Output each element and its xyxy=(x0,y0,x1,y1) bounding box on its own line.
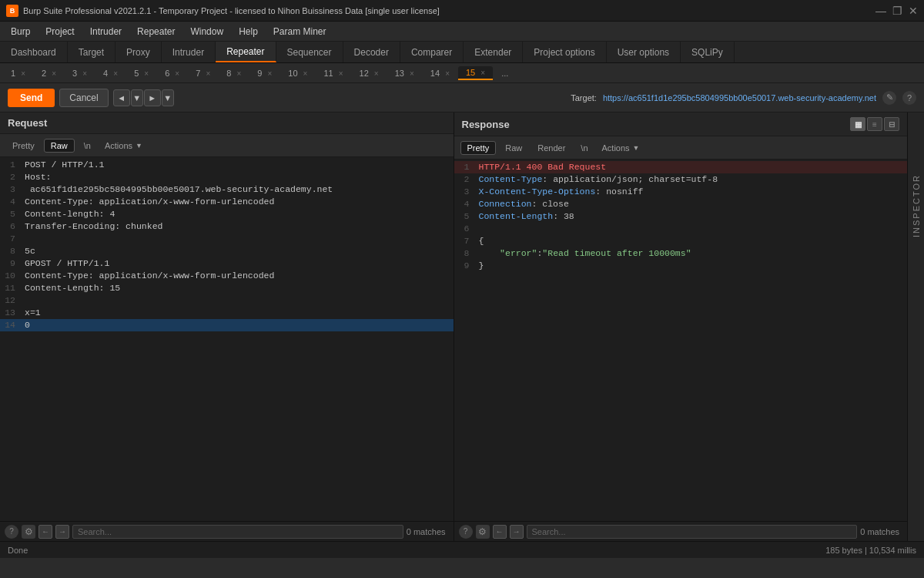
response-line-5: 5 Content-Length: 38 xyxy=(454,210,908,223)
window-controls: — ❐ ✕ xyxy=(875,5,918,17)
menu-window[interactable]: Window xyxy=(182,25,231,39)
rep-tab-15[interactable]: 15 × xyxy=(458,66,493,80)
rep-tab-1[interactable]: 1 × xyxy=(3,67,33,79)
nav-forward-dropdown[interactable]: ▼ xyxy=(162,89,174,106)
response-tabs: Pretty Raw Render \n Actions ▼ xyxy=(454,136,908,160)
menu-burp[interactable]: Burp xyxy=(3,25,38,39)
request-panel: Request Pretty Raw \n Actions ▼ 1 POST /… xyxy=(0,113,454,541)
rep-tab-6[interactable]: 6 × xyxy=(157,67,187,79)
rep-tab-3[interactable]: 3 × xyxy=(65,67,95,79)
view-grid-btn[interactable]: ▦ xyxy=(850,117,865,131)
response-search-prev-btn[interactable]: ← xyxy=(493,525,507,539)
close-icon[interactable]: ✕ xyxy=(909,5,918,17)
response-tab-newline[interactable]: \n xyxy=(574,142,594,154)
menu-bar: Burp Project Intruder Repeater Window He… xyxy=(0,22,924,42)
menu-paramminer[interactable]: Param Miner xyxy=(266,25,334,39)
request-search-matches: 0 matches xyxy=(407,527,449,536)
app-icon: B xyxy=(6,5,18,17)
response-search-next-btn[interactable]: → xyxy=(510,525,524,539)
request-search-prev-btn[interactable]: ← xyxy=(38,525,52,539)
code-line-8: 8 5c xyxy=(0,245,454,257)
menu-repeater[interactable]: Repeater xyxy=(129,25,182,39)
request-tab-pretty[interactable]: Pretty xyxy=(6,139,41,152)
response-tab-raw[interactable]: Raw xyxy=(499,142,528,154)
rep-tab-9[interactable]: 9 × xyxy=(249,67,280,79)
code-line-6: 6 Transfer-Encoding: chunked xyxy=(0,220,454,233)
help-icon[interactable]: ? xyxy=(902,91,916,105)
target-info: Target: https://ac651f1d1e295bc5804995bb… xyxy=(571,91,916,105)
request-search-next-btn[interactable]: → xyxy=(55,525,69,539)
tab-comparer[interactable]: Comparer xyxy=(400,42,464,62)
request-tab-raw[interactable]: Raw xyxy=(44,139,75,153)
code-line-12: 12 xyxy=(0,294,454,307)
response-panel-header: Response ▦ ≡ ⊟ xyxy=(454,113,908,136)
view-buttons: ▦ ≡ ⊟ xyxy=(850,117,899,131)
response-search-gear-icon[interactable]: ⚙ xyxy=(476,525,490,539)
response-search-matches: 0 matches xyxy=(860,527,902,536)
edit-target-icon[interactable]: ✎ xyxy=(882,91,896,105)
rep-tab-7[interactable]: 7 × xyxy=(188,67,218,79)
inspector-panel: INSPECTOR xyxy=(907,113,924,541)
rep-tab-8[interactable]: 8 × xyxy=(219,67,249,79)
send-button[interactable]: Send xyxy=(8,89,55,107)
rep-tab-4[interactable]: 4 × xyxy=(95,67,126,79)
response-search-bar: ? ⚙ ← → 0 matches xyxy=(454,521,908,541)
request-search-input[interactable] xyxy=(72,525,403,539)
cancel-button[interactable]: Cancel xyxy=(59,89,108,107)
response-search-input[interactable] xyxy=(527,525,858,539)
rep-tab-14[interactable]: 14 × xyxy=(423,67,457,79)
request-search-gear-icon[interactable]: ⚙ xyxy=(22,525,35,539)
response-search-help-icon[interactable]: ? xyxy=(459,525,473,539)
nav-back-button[interactable]: ◄ xyxy=(113,89,130,106)
actions-label: Actions xyxy=(105,141,132,150)
tab-sequencer[interactable]: Sequencer xyxy=(276,42,343,62)
rep-tab-5[interactable]: 5 × xyxy=(126,67,156,79)
view-list-btn[interactable]: ≡ xyxy=(867,117,882,131)
response-panel: Response ▦ ≡ ⊟ Pretty Raw Render \n Acti… xyxy=(454,113,908,541)
code-line-14: 14 0 xyxy=(0,319,454,331)
window-title: Burp Suite Professional v2021.2.1 - Temp… xyxy=(23,6,440,15)
tab-proxy[interactable]: Proxy xyxy=(116,42,162,62)
tab-sqlipy[interactable]: SQLiPy xyxy=(681,42,735,62)
repeater-tab-bar: 1 × 2 × 3 × 4 × 5 × 6 × 7 × 8 × 9 × 10 ×… xyxy=(0,63,924,83)
rep-tab-12[interactable]: 12 × xyxy=(352,67,387,79)
request-search-help-icon[interactable]: ? xyxy=(5,525,18,539)
request-tab-actions[interactable]: Actions ▼ xyxy=(100,139,147,152)
restore-icon[interactable]: ❐ xyxy=(892,5,902,17)
response-title: Response xyxy=(462,119,510,130)
nav-back-dropdown[interactable]: ▼ xyxy=(131,89,143,106)
response-actions-arrow: ▼ xyxy=(633,144,640,152)
tab-intruder[interactable]: Intruder xyxy=(162,42,216,62)
target-url: https://ac651f1d1e295bc5804995bb00e50017… xyxy=(603,93,876,102)
status-bar: Done 185 bytes | 10,534 millis xyxy=(0,541,924,558)
menu-project[interactable]: Project xyxy=(38,25,82,39)
request-tabs: Pretty Raw \n Actions ▼ xyxy=(0,134,454,157)
rep-tab-11[interactable]: 11 × xyxy=(316,67,350,79)
tab-project-options[interactable]: Project options xyxy=(523,42,606,62)
response-tab-actions[interactable]: Actions ▼ xyxy=(598,142,644,154)
request-code-area[interactable]: 1 POST / HTTP/1.1 2 Host: 3 ac651f1d1e29… xyxy=(0,157,454,521)
tab-user-options[interactable]: User options xyxy=(607,42,681,62)
response-tab-render[interactable]: Render xyxy=(531,142,571,154)
tab-dashboard[interactable]: Dashboard xyxy=(0,42,68,62)
minimize-icon[interactable]: — xyxy=(875,5,886,17)
tab-repeater[interactable]: Repeater xyxy=(216,42,276,62)
code-line-13: 13 x=1 xyxy=(0,307,454,319)
view-compact-btn[interactable]: ⊟ xyxy=(884,117,899,131)
request-title: Request xyxy=(8,117,47,129)
status-bytes: 185 bytes | 10,534 millis xyxy=(825,546,916,555)
request-tab-newline[interactable]: \n xyxy=(78,139,97,152)
tab-target[interactable]: Target xyxy=(68,42,116,62)
code-line-10: 10 Content-Type: application/x-www-form-… xyxy=(0,270,454,282)
code-line-11: 11 Content-Length: 15 xyxy=(0,282,454,294)
menu-intruder[interactable]: Intruder xyxy=(82,25,129,39)
rep-tab-13[interactable]: 13 × xyxy=(387,67,422,79)
rep-tab-2[interactable]: 2 × xyxy=(34,67,64,79)
rep-tab-more[interactable]: ... xyxy=(494,67,516,79)
tab-decoder[interactable]: Decoder xyxy=(343,42,400,62)
nav-forward-button[interactable]: ► xyxy=(144,89,161,106)
menu-help[interactable]: Help xyxy=(231,25,266,39)
response-tab-pretty[interactable]: Pretty xyxy=(460,141,497,155)
tab-extender[interactable]: Extender xyxy=(464,42,523,62)
rep-tab-10[interactable]: 10 × xyxy=(280,67,315,79)
